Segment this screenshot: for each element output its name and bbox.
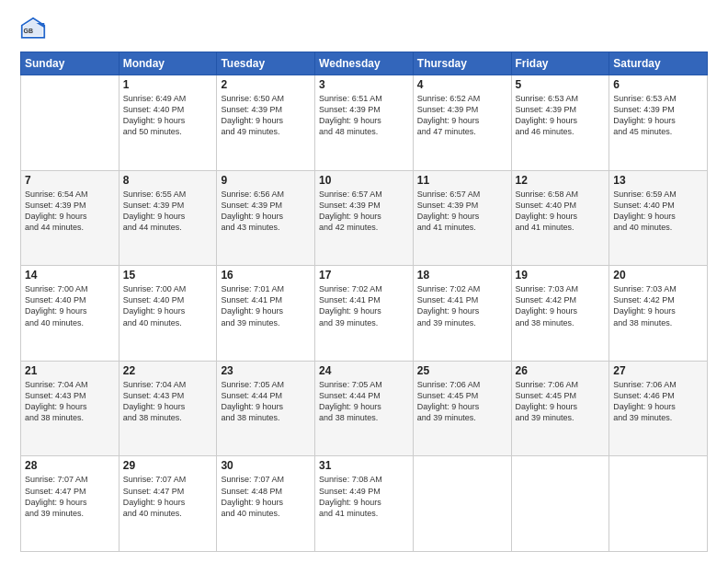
calendar-cell: 12Sunrise: 6:58 AM Sunset: 4:40 PM Dayli… (511, 170, 609, 266)
weekday-header-thursday: Thursday (413, 52, 511, 75)
day-number: 13 (613, 174, 703, 187)
logo: GB (20, 17, 50, 42)
calendar-cell: 14Sunrise: 7:00 AM Sunset: 4:40 PM Dayli… (21, 266, 119, 362)
calendar-cell: 24Sunrise: 7:05 AM Sunset: 4:44 PM Dayli… (315, 361, 414, 456)
calendar-cell (609, 456, 708, 552)
day-number: 10 (319, 174, 409, 187)
day-number: 16 (221, 269, 311, 282)
cell-info: Sunrise: 6:51 AM Sunset: 4:39 PM Dayligh… (319, 93, 409, 138)
day-number: 12 (516, 174, 606, 187)
day-number: 3 (319, 78, 409, 91)
calendar-cell (511, 456, 609, 552)
cell-info: Sunrise: 6:58 AM Sunset: 4:40 PM Dayligh… (516, 189, 606, 234)
cell-info: Sunrise: 7:07 AM Sunset: 4:47 PM Dayligh… (123, 474, 213, 519)
calendar-cell: 18Sunrise: 7:02 AM Sunset: 4:41 PM Dayli… (413, 266, 511, 362)
cell-info: Sunrise: 7:04 AM Sunset: 4:43 PM Dayligh… (123, 379, 213, 424)
header: GB (20, 17, 708, 42)
cell-info: Sunrise: 7:06 AM Sunset: 4:46 PM Dayligh… (613, 379, 703, 424)
weekday-header-sunday: Sunday (21, 52, 119, 75)
calendar-week-5: 28Sunrise: 7:07 AM Sunset: 4:47 PM Dayli… (21, 456, 708, 552)
calendar-cell: 6Sunrise: 6:53 AM Sunset: 4:39 PM Daylig… (609, 75, 708, 171)
cell-info: Sunrise: 7:02 AM Sunset: 4:41 PM Dayligh… (319, 283, 409, 328)
cell-info: Sunrise: 7:05 AM Sunset: 4:44 PM Dayligh… (319, 379, 409, 424)
weekday-header-monday: Monday (119, 52, 217, 75)
weekday-header-saturday: Saturday (609, 52, 708, 75)
day-number: 17 (319, 269, 409, 282)
calendar-cell: 2Sunrise: 6:50 AM Sunset: 4:39 PM Daylig… (217, 75, 315, 171)
cell-info: Sunrise: 7:00 AM Sunset: 4:40 PM Dayligh… (123, 283, 213, 328)
calendar-cell: 13Sunrise: 6:59 AM Sunset: 4:40 PM Dayli… (609, 170, 708, 266)
cell-info: Sunrise: 6:53 AM Sunset: 4:39 PM Dayligh… (613, 93, 703, 138)
cell-info: Sunrise: 6:52 AM Sunset: 4:39 PM Dayligh… (417, 93, 507, 138)
day-number: 5 (516, 78, 606, 91)
cell-info: Sunrise: 7:07 AM Sunset: 4:47 PM Dayligh… (25, 474, 115, 519)
cell-info: Sunrise: 6:55 AM Sunset: 4:39 PM Dayligh… (123, 189, 213, 234)
day-number: 30 (221, 459, 311, 472)
calendar-cell: 4Sunrise: 6:52 AM Sunset: 4:39 PM Daylig… (413, 75, 511, 171)
calendar-cell: 20Sunrise: 7:03 AM Sunset: 4:42 PM Dayli… (609, 266, 708, 362)
cell-info: Sunrise: 7:05 AM Sunset: 4:44 PM Dayligh… (221, 379, 311, 424)
calendar-header: SundayMondayTuesdayWednesdayThursdayFrid… (21, 52, 708, 75)
day-number: 1 (123, 78, 213, 91)
day-number: 15 (123, 269, 213, 282)
calendar-cell: 9Sunrise: 6:56 AM Sunset: 4:39 PM Daylig… (217, 170, 315, 266)
day-number: 27 (613, 364, 703, 377)
day-number: 29 (123, 459, 213, 472)
day-number: 26 (516, 364, 606, 377)
day-number: 24 (319, 364, 409, 377)
calendar-cell: 29Sunrise: 7:07 AM Sunset: 4:47 PM Dayli… (119, 456, 217, 552)
calendar-cell: 1Sunrise: 6:49 AM Sunset: 4:40 PM Daylig… (119, 75, 217, 171)
day-number: 28 (25, 459, 115, 472)
calendar-cell: 7Sunrise: 6:54 AM Sunset: 4:39 PM Daylig… (21, 170, 119, 266)
cell-info: Sunrise: 7:00 AM Sunset: 4:40 PM Dayligh… (25, 283, 115, 328)
cell-info: Sunrise: 6:57 AM Sunset: 4:39 PM Dayligh… (319, 189, 409, 234)
calendar-cell: 31Sunrise: 7:08 AM Sunset: 4:49 PM Dayli… (315, 456, 414, 552)
cell-info: Sunrise: 6:54 AM Sunset: 4:39 PM Dayligh… (25, 189, 115, 234)
cell-info: Sunrise: 7:08 AM Sunset: 4:49 PM Dayligh… (319, 474, 409, 519)
cell-info: Sunrise: 7:03 AM Sunset: 4:42 PM Dayligh… (613, 283, 703, 328)
cell-info: Sunrise: 7:01 AM Sunset: 4:41 PM Dayligh… (221, 283, 311, 328)
calendar-cell: 16Sunrise: 7:01 AM Sunset: 4:41 PM Dayli… (217, 266, 315, 362)
calendar-cell: 23Sunrise: 7:05 AM Sunset: 4:44 PM Dayli… (217, 361, 315, 456)
calendar-cell: 8Sunrise: 6:55 AM Sunset: 4:39 PM Daylig… (119, 170, 217, 266)
cell-info: Sunrise: 6:53 AM Sunset: 4:39 PM Dayligh… (516, 93, 606, 138)
calendar-cell: 5Sunrise: 6:53 AM Sunset: 4:39 PM Daylig… (511, 75, 609, 171)
day-number: 20 (613, 269, 703, 282)
calendar-cell: 10Sunrise: 6:57 AM Sunset: 4:39 PM Dayli… (315, 170, 414, 266)
day-number: 21 (25, 364, 115, 377)
day-number: 18 (417, 269, 507, 282)
calendar-cell: 21Sunrise: 7:04 AM Sunset: 4:43 PM Dayli… (21, 361, 119, 456)
day-number: 14 (25, 269, 115, 282)
page: GB SundayMondayTuesdayWednesdayThursdayF… (0, 0, 728, 563)
logo-icon: GB (20, 17, 46, 42)
cell-info: Sunrise: 6:49 AM Sunset: 4:40 PM Dayligh… (123, 93, 213, 138)
cell-info: Sunrise: 7:07 AM Sunset: 4:48 PM Dayligh… (221, 474, 311, 519)
calendar-cell: 28Sunrise: 7:07 AM Sunset: 4:47 PM Dayli… (21, 456, 119, 552)
day-number: 11 (417, 174, 507, 187)
calendar-cell (21, 75, 119, 171)
day-number: 9 (221, 174, 311, 187)
weekday-header-tuesday: Tuesday (217, 52, 315, 75)
day-number: 25 (417, 364, 507, 377)
day-number: 6 (613, 78, 703, 91)
calendar-cell: 3Sunrise: 6:51 AM Sunset: 4:39 PM Daylig… (315, 75, 414, 171)
calendar-cell: 25Sunrise: 7:06 AM Sunset: 4:45 PM Dayli… (413, 361, 511, 456)
cell-info: Sunrise: 6:50 AM Sunset: 4:39 PM Dayligh… (221, 93, 311, 138)
svg-text:GB: GB (24, 28, 34, 34)
calendar-week-3: 14Sunrise: 7:00 AM Sunset: 4:40 PM Dayli… (21, 266, 708, 362)
day-number: 22 (123, 364, 213, 377)
calendar-cell: 26Sunrise: 7:06 AM Sunset: 4:45 PM Dayli… (511, 361, 609, 456)
cell-info: Sunrise: 6:59 AM Sunset: 4:40 PM Dayligh… (613, 189, 703, 234)
cell-info: Sunrise: 7:03 AM Sunset: 4:42 PM Dayligh… (516, 283, 606, 328)
weekday-header-friday: Friday (511, 52, 609, 75)
day-number: 19 (516, 269, 606, 282)
calendar-week-1: 1Sunrise: 6:49 AM Sunset: 4:40 PM Daylig… (21, 75, 708, 171)
cell-info: Sunrise: 6:56 AM Sunset: 4:39 PM Dayligh… (221, 189, 311, 234)
cell-info: Sunrise: 7:06 AM Sunset: 4:45 PM Dayligh… (417, 379, 507, 424)
cell-info: Sunrise: 7:06 AM Sunset: 4:45 PM Dayligh… (516, 379, 606, 424)
calendar-cell: 19Sunrise: 7:03 AM Sunset: 4:42 PM Dayli… (511, 266, 609, 362)
calendar-week-4: 21Sunrise: 7:04 AM Sunset: 4:43 PM Dayli… (21, 361, 708, 456)
day-number: 7 (25, 174, 115, 187)
calendar-week-2: 7Sunrise: 6:54 AM Sunset: 4:39 PM Daylig… (21, 170, 708, 266)
cell-info: Sunrise: 7:04 AM Sunset: 4:43 PM Dayligh… (25, 379, 115, 424)
